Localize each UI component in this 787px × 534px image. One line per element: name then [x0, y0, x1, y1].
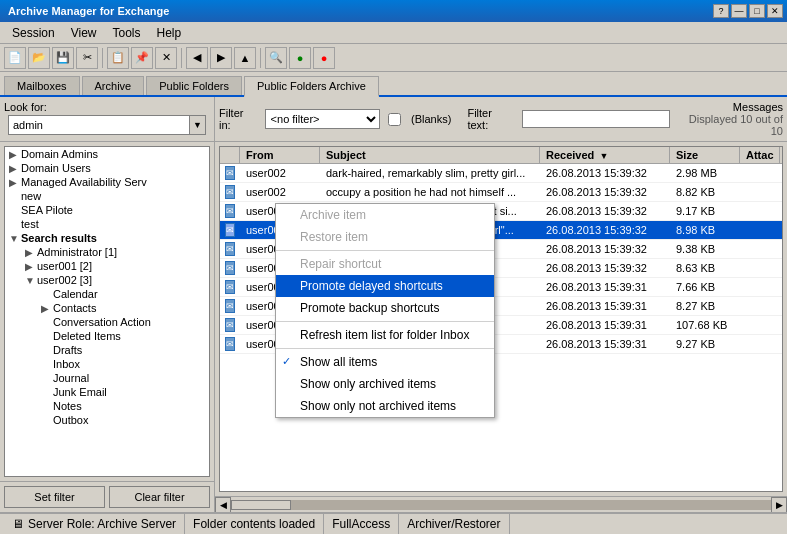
tree-item[interactable]: Conversation Action: [5, 315, 209, 329]
menu-session[interactable]: Session: [4, 24, 63, 42]
toolbar-red[interactable]: ●: [313, 47, 335, 69]
toolbar-up[interactable]: ▲: [234, 47, 256, 69]
toolbar-delete[interactable]: ✕: [155, 47, 177, 69]
tree-item-label: Inbox: [53, 358, 80, 370]
tree-item[interactable]: ▶user001 [2]: [5, 259, 209, 273]
title-bar-buttons: ? — □ ✕: [713, 4, 783, 18]
cell-received: 26.08.2013 15:39:31: [540, 279, 670, 295]
status-access: FullAccess: [324, 514, 399, 534]
h-scroll-right[interactable]: ▶: [771, 497, 787, 513]
toolbar-save[interactable]: 💾: [52, 47, 74, 69]
maximize-button[interactable]: □: [749, 4, 765, 18]
h-scroll-left[interactable]: ◀: [215, 497, 231, 513]
tree-expand-icon[interactable]: ▶: [41, 303, 53, 314]
look-for-dropdown-arrow[interactable]: ▼: [189, 116, 205, 134]
tree-item-label: SEA Pilote: [21, 204, 73, 216]
tab-archive[interactable]: Archive: [82, 76, 145, 95]
tree-expand-icon[interactable]: ▼: [25, 275, 37, 286]
menu-help[interactable]: Help: [149, 24, 190, 42]
ctx-menu-item[interactable]: Show only archived items: [276, 373, 494, 395]
help-button[interactable]: ?: [713, 4, 729, 18]
h-scrollbar[interactable]: ◀ ▶: [215, 496, 787, 512]
tree-item[interactable]: ▶Managed Availability Serv: [5, 175, 209, 189]
table-header: From Subject Received ▼ Size Attac: [220, 147, 782, 164]
ctx-item-label: Repair shortcut: [300, 257, 381, 271]
tree-expand-icon[interactable]: ▼: [9, 233, 21, 244]
th-subject[interactable]: Subject: [320, 147, 540, 163]
h-scroll-thumb[interactable]: [231, 500, 291, 510]
tree-item[interactable]: Journal: [5, 371, 209, 385]
menu-view[interactable]: View: [63, 24, 105, 42]
ctx-item-label: Show all items: [300, 355, 377, 369]
toolbar-open[interactable]: 📂: [28, 47, 50, 69]
tab-public-folders-archive[interactable]: Public Folders Archive: [244, 76, 379, 97]
tree-expand-icon[interactable]: ▶: [9, 163, 21, 174]
h-scroll-track[interactable]: [231, 500, 771, 510]
toolbar-forward[interactable]: ▶: [210, 47, 232, 69]
minimize-button[interactable]: —: [731, 4, 747, 18]
tree-expand-icon[interactable]: ▶: [25, 261, 37, 272]
tree-expand-icon[interactable]: ▶: [25, 247, 37, 258]
filter-select[interactable]: <no filter>: [265, 109, 380, 129]
filter-text-input[interactable]: [522, 110, 670, 128]
tree-expand-icon[interactable]: ▶: [9, 149, 21, 160]
ctx-menu-item[interactable]: Promote backup shortcuts: [276, 297, 494, 319]
toolbar-back[interactable]: ◀: [186, 47, 208, 69]
look-for-combo[interactable]: admin ▼: [8, 115, 206, 135]
set-filter-button[interactable]: Set filter: [4, 486, 105, 508]
toolbar-paste[interactable]: 📌: [131, 47, 153, 69]
tab-mailboxes[interactable]: Mailboxes: [4, 76, 80, 95]
tree-item[interactable]: Outbox: [5, 413, 209, 427]
table-container[interactable]: From Subject Received ▼ Size Attac ✉user…: [219, 146, 783, 492]
blanks-checkbox[interactable]: [388, 113, 401, 126]
th-attach[interactable]: Attac: [740, 147, 780, 163]
ctx-menu-item[interactable]: Promote delayed shortcuts: [276, 275, 494, 297]
toolbar-cut[interactable]: ✂: [76, 47, 98, 69]
ctx-menu-item[interactable]: Refresh item list for folder Inbox: [276, 324, 494, 346]
toolbar: 📄 📂 💾 ✂ 📋 📌 ✕ ◀ ▶ ▲ 🔍 ● ●: [0, 44, 787, 72]
table-row[interactable]: ✉user002occupy a position he had not him…: [220, 183, 782, 202]
th-received[interactable]: Received ▼: [540, 147, 670, 163]
toolbar-new[interactable]: 📄: [4, 47, 26, 69]
tree-item[interactable]: Junk Email: [5, 385, 209, 399]
clear-filter-button[interactable]: Clear filter: [109, 486, 210, 508]
tree-item[interactable]: Notes: [5, 399, 209, 413]
tree-item[interactable]: ▼Search results: [5, 231, 209, 245]
tree-expand-icon[interactable]: ▶: [9, 177, 21, 188]
tree-item[interactable]: Drafts: [5, 343, 209, 357]
cell-received: 26.08.2013 15:39:31: [540, 336, 670, 352]
cell-attach: [740, 228, 780, 232]
toolbar-green[interactable]: ●: [289, 47, 311, 69]
table-row[interactable]: ✉user002dark-haired, remarkably slim, pr…: [220, 164, 782, 183]
row-envelope-icon: ✉: [220, 278, 240, 296]
tree-item[interactable]: ▶Domain Admins: [5, 147, 209, 161]
tree-item[interactable]: ▶Contacts: [5, 301, 209, 315]
tree-item[interactable]: ▶Domain Users: [5, 161, 209, 175]
tree-item[interactable]: test: [5, 217, 209, 231]
tree-item-label: user002 [3]: [37, 274, 92, 286]
menu-tools[interactable]: Tools: [105, 24, 149, 42]
tree-item[interactable]: SEA Pilote: [5, 203, 209, 217]
tab-public-folders[interactable]: Public Folders: [146, 76, 242, 95]
toolbar-search[interactable]: 🔍: [265, 47, 287, 69]
close-button[interactable]: ✕: [767, 4, 783, 18]
messages-count: Displayed 10 out of 10: [678, 113, 783, 137]
tree-item[interactable]: Calendar: [5, 287, 209, 301]
tree-item[interactable]: ▶Administrator [1]: [5, 245, 209, 259]
cell-size: 8.63 KB: [670, 260, 740, 276]
left-panel-buttons: Set filter Clear filter: [0, 481, 214, 512]
th-size[interactable]: Size: [670, 147, 740, 163]
cell-attach: [740, 190, 780, 194]
tree-item[interactable]: ▼user002 [3]: [5, 273, 209, 287]
toolbar-sep2: [181, 48, 182, 68]
cell-received: 26.08.2013 15:39:32: [540, 241, 670, 257]
tree-item[interactable]: Inbox: [5, 357, 209, 371]
tree-container[interactable]: ▶Domain Admins▶Domain Users▶Managed Avai…: [4, 146, 210, 477]
toolbar-copy[interactable]: 📋: [107, 47, 129, 69]
tree-item-label: Notes: [53, 400, 82, 412]
tree-item[interactable]: new: [5, 189, 209, 203]
ctx-menu-item[interactable]: ✓Show all items: [276, 351, 494, 373]
ctx-menu-item[interactable]: Show only not archived items: [276, 395, 494, 417]
tree-item[interactable]: Deleted Items: [5, 329, 209, 343]
th-from[interactable]: From: [240, 147, 320, 163]
